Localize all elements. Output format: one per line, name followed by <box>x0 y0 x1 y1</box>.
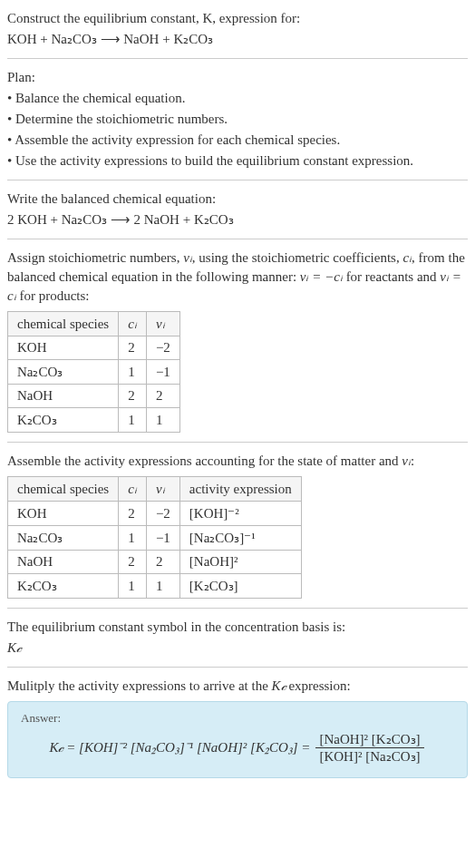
relation-reactants: νᵢ = −cᵢ <box>300 269 343 284</box>
stoich-intro: Assign stoichiometric numbers, νᵢ, using… <box>7 249 468 306</box>
cell-species: KOH <box>8 502 119 526</box>
fraction-denominator: [KOH]² [Na₂CO₃] <box>315 748 423 765</box>
cell-nui: −1 <box>146 360 179 385</box>
col-ci: cᵢ <box>119 477 147 502</box>
cell-species: NaOH <box>8 385 119 408</box>
nu-i: νᵢ <box>183 250 192 265</box>
cell-ci: 1 <box>119 408 147 433</box>
kc-symbol-text: The equilibrium constant symbol in the c… <box>7 618 468 637</box>
kc-symbol: K𝒸 <box>7 639 468 658</box>
nu-i: νᵢ <box>402 454 411 468</box>
stoich-table: chemical species cᵢ νᵢ KOH 2 −2 Na₂CO₃ 1… <box>7 311 180 433</box>
cell-species: K₂CO₃ <box>8 408 119 433</box>
cell-activity: [Na₂CO₃]⁻¹ <box>179 526 301 551</box>
plan-bullet: • Balance the chemical equation. <box>7 89 468 108</box>
cell-ci: 2 <box>119 385 147 408</box>
text: for products: <box>16 288 90 303</box>
text: Mulitply the activity expressions to arr… <box>7 678 272 693</box>
cell-nui: 1 <box>146 574 179 599</box>
col-nui: νᵢ <box>146 477 179 502</box>
col-ci: cᵢ <box>119 312 147 336</box>
cell-ci: 2 <box>119 502 147 526</box>
cell-nui: −2 <box>146 502 179 526</box>
plan-bullet: • Use the activity expressions to build … <box>7 151 468 171</box>
activity-intro: Assemble the activity expressions accoun… <box>7 452 468 471</box>
answer-expression: K𝒸 = [KOH]⁻² [Na₂CO₃]⁻¹ [NaOH]² [K₂CO₃] … <box>21 731 454 765</box>
answer-label: Answer: <box>21 711 454 726</box>
multiply-block: Mulitply the activity expressions to arr… <box>7 677 468 696</box>
divider <box>7 442 468 443</box>
activity-table: chemical species cᵢ νᵢ activity expressi… <box>7 476 302 599</box>
text: for reactants and <box>343 269 440 284</box>
cell-species: NaOH <box>8 551 119 574</box>
activity-block: Assemble the activity expressions accoun… <box>7 452 468 599</box>
table-header-row: chemical species cᵢ νᵢ <box>8 312 180 336</box>
plan-title: Plan: <box>7 68 468 87</box>
cell-ci: 1 <box>119 526 147 551</box>
cell-species: K₂CO₃ <box>8 574 119 599</box>
plan-bullet: • Determine the stoichiometric numbers. <box>7 110 468 129</box>
table-row: NaOH 2 2 [NaOH]² <box>8 551 302 574</box>
fraction-numerator: [NaOH]² [K₂CO₃] <box>315 731 423 748</box>
cell-nui: −2 <box>146 336 179 360</box>
text: , using the stoichiometric coefficients, <box>192 250 403 265</box>
cell-nui: 1 <box>146 408 179 433</box>
table-row: Na₂CO₃ 1 −1 <box>8 360 180 385</box>
answer-fraction: [NaOH]² [K₂CO₃] [KOH]² [Na₂CO₃] <box>315 731 423 765</box>
intro-block: Construct the equilibrium constant, K, e… <box>7 9 468 49</box>
col-species: chemical species <box>8 477 119 502</box>
divider <box>7 608 468 609</box>
col-activity: activity expression <box>179 477 301 502</box>
cell-activity: [KOH]⁻² <box>179 502 301 526</box>
cell-ci: 2 <box>119 551 147 574</box>
cell-ci: 2 <box>119 336 147 360</box>
stoich-block: Assign stoichiometric numbers, νᵢ, using… <box>7 249 468 433</box>
cell-nui: 2 <box>146 551 179 574</box>
c-i: cᵢ <box>402 250 412 265</box>
kc-symbol-block: The equilibrium constant symbol in the c… <box>7 618 468 658</box>
balanced-block: Write the balanced chemical equation: 2 … <box>7 190 468 229</box>
cell-activity: [NaOH]² <box>179 551 301 574</box>
table-row: KOH 2 −2 [KOH]⁻² <box>8 502 302 526</box>
cell-nui: 2 <box>146 385 179 408</box>
divider <box>7 58 468 59</box>
text: Assign stoichiometric numbers, <box>7 250 183 265</box>
col-species: chemical species <box>8 312 119 336</box>
cell-activity: [K₂CO₃] <box>179 574 301 599</box>
divider <box>7 180 468 180</box>
table-header-row: chemical species cᵢ νᵢ activity expressi… <box>8 477 302 502</box>
table-row: KOH 2 −2 <box>8 336 180 360</box>
table-row: Na₂CO₃ 1 −1 [Na₂CO₃]⁻¹ <box>8 526 302 551</box>
balanced-title: Write the balanced chemical equation: <box>7 190 468 209</box>
text: expression: <box>286 678 351 693</box>
col-nui: νᵢ <box>146 312 179 336</box>
text: : <box>411 454 414 468</box>
multiply-text: Mulitply the activity expressions to arr… <box>7 677 468 696</box>
cell-species: KOH <box>8 336 119 360</box>
table-row: K₂CO₃ 1 1 [K₂CO₃] <box>8 574 302 599</box>
balanced-equation: 2 KOH + Na₂CO₃ ⟶ 2 NaOH + K₂CO₃ <box>7 210 468 229</box>
cell-species: Na₂CO₃ <box>8 360 119 385</box>
table-row: NaOH 2 2 <box>8 385 180 408</box>
intro-line1: Construct the equilibrium constant, K, e… <box>7 9 468 28</box>
intro-equation: KOH + Na₂CO₃ ⟶ NaOH + K₂CO₃ <box>7 30 468 49</box>
cell-ci: 1 <box>119 360 147 385</box>
table-row: K₂CO₃ 1 1 <box>8 408 180 433</box>
plan-block: Plan: • Balance the chemical equation. •… <box>7 68 468 171</box>
text: Assemble the activity expressions accoun… <box>7 454 402 468</box>
divider <box>7 667 468 668</box>
answer-box: Answer: K𝒸 = [KOH]⁻² [Na₂CO₃]⁻¹ [NaOH]² … <box>7 701 468 778</box>
answer-lhs: K𝒸 = [KOH]⁻² [Na₂CO₃]⁻¹ [NaOH]² [K₂CO₃] … <box>49 740 310 756</box>
cell-ci: 1 <box>119 574 147 599</box>
divider <box>7 239 468 239</box>
kc: K𝒸 <box>272 678 286 693</box>
cell-species: Na₂CO₃ <box>8 526 119 551</box>
plan-bullet: • Assemble the activity expression for e… <box>7 131 468 150</box>
cell-nui: −1 <box>146 526 179 551</box>
